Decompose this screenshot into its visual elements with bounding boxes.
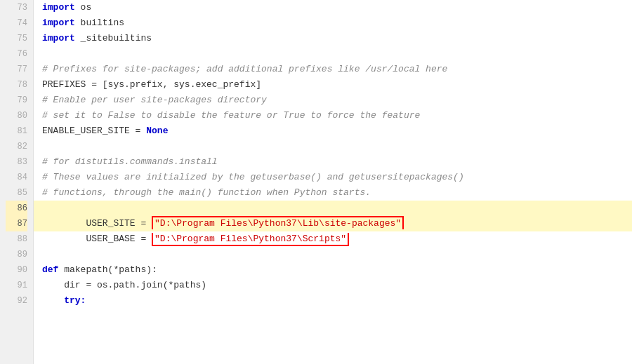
code-line-75: import _sitebuiltins bbox=[34, 31, 632, 46]
line-num-90: 90 bbox=[6, 262, 27, 278]
code-text: makepath(*paths): bbox=[58, 264, 157, 275]
keyword: import bbox=[42, 18, 75, 28]
keyword: import bbox=[42, 33, 75, 43]
code-text: USER_BASE = bbox=[86, 234, 152, 244]
code-text: builtins bbox=[75, 18, 124, 28]
line-num-88: 88 bbox=[6, 231, 27, 247]
code-line-89 bbox=[34, 247, 632, 262]
keyword: import bbox=[42, 2, 75, 13]
line-num-74: 74 bbox=[6, 15, 27, 31]
code-line-78: PREFIXES = [sys.prefix, sys.exec_prefix] bbox=[34, 77, 632, 93]
line-num-84: 84 bbox=[6, 170, 27, 185]
line-num-81: 81 bbox=[6, 123, 27, 139]
line-num-77: 77 bbox=[6, 62, 27, 77]
line-num-91: 91 bbox=[6, 278, 27, 293]
code-editor: 73 74 75 76 77 78 79 80 81 82 83 84 85 8… bbox=[0, 0, 632, 364]
code-line-83: # for distutils.commands.install bbox=[34, 154, 632, 170]
line-num-92: 92 bbox=[6, 293, 27, 309]
code-line-74: import builtins bbox=[34, 15, 632, 31]
code-content: import os import builtins import _sitebu… bbox=[34, 0, 632, 364]
keyword: def bbox=[42, 264, 58, 275]
code-line-84: # These values are initialized by the ge… bbox=[34, 170, 632, 185]
line-num-76: 76 bbox=[6, 46, 27, 62]
code-text: dir = os.path.join(*paths) bbox=[42, 280, 206, 290]
line-num-86: 86 bbox=[6, 201, 27, 216]
code-text: _sitebuiltins bbox=[75, 33, 152, 43]
line-num-85: 85 bbox=[6, 185, 27, 201]
comment: # These values are initialized by the ge… bbox=[42, 172, 464, 182]
line-num-89: 89 bbox=[6, 247, 27, 262]
line-num-75: 75 bbox=[6, 31, 27, 46]
code-line-85: # functions, through the main() function… bbox=[34, 185, 632, 201]
code-line-80: # set it to False to disable the feature… bbox=[34, 108, 632, 123]
line-num-73: 73 bbox=[6, 0, 27, 15]
comment: # Enable per user site-packages director… bbox=[42, 95, 267, 105]
code-line-76 bbox=[34, 46, 632, 62]
code-text: os bbox=[75, 2, 91, 13]
code-lines: import os import builtins import _sitebu… bbox=[34, 0, 632, 309]
line-num-80: 80 bbox=[6, 108, 27, 123]
comment: # Prefixes for site-packages; add additi… bbox=[42, 64, 447, 74]
code-line-92: try: bbox=[34, 293, 632, 309]
keyword: try: bbox=[42, 295, 86, 306]
line-num-82: 82 bbox=[6, 139, 27, 154]
line-num-79: 79 bbox=[6, 93, 27, 108]
comment: # functions, through the main() function… bbox=[42, 187, 371, 198]
code-line-73: import os bbox=[34, 0, 632, 15]
line-number-gutter: 73 74 75 76 77 78 79 80 81 82 83 84 85 8… bbox=[0, 0, 34, 364]
keyword: None bbox=[146, 126, 168, 136]
code-line-79: # Enable per user site-packages director… bbox=[34, 93, 632, 108]
line-num-78: 78 bbox=[6, 77, 27, 93]
line-num-83: 83 bbox=[6, 154, 27, 170]
code-line-86: USER_SITE = "D:\Program Files\Python37\L… bbox=[34, 201, 632, 216]
comment: # for distutils.commands.install bbox=[42, 156, 218, 167]
code-text: USER_SITE = bbox=[86, 218, 152, 229]
code-text: PREFIXES = [sys.prefix, sys.exec_prefix] bbox=[42, 79, 261, 90]
string-value: "D:\Program Files\Python37\Lib\site-pack… bbox=[152, 216, 404, 229]
line-num-87: 87 bbox=[6, 216, 27, 231]
code-line-90: def makepath(*paths): bbox=[34, 262, 632, 278]
string-value: "D:\Program Files\Python37\Scripts" bbox=[152, 233, 349, 246]
code-line-82 bbox=[34, 139, 632, 154]
code-line-77: # Prefixes for site-packages; add additi… bbox=[34, 62, 632, 77]
code-text: ENABLE_USER_SITE = bbox=[42, 126, 146, 136]
comment: # set it to False to disable the feature… bbox=[42, 110, 420, 121]
code-line-81: ENABLE_USER_SITE = None bbox=[34, 123, 632, 139]
code-line-91: dir = os.path.join(*paths) bbox=[34, 278, 632, 293]
